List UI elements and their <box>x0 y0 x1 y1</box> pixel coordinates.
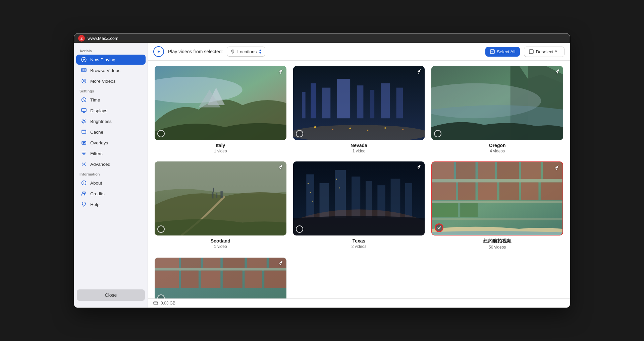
sidebar-item-browse-videos[interactable]: Browse Videos <box>76 65 146 75</box>
share-icon-texas[interactable] <box>416 164 422 172</box>
sidebar-section-settings: Settings <box>74 86 148 94</box>
sidebar-brightness-label: Brightness <box>90 119 112 124</box>
video-thumb-nevada <box>293 66 425 140</box>
svg-rect-46 <box>220 191 223 198</box>
svg-rect-30 <box>370 90 374 118</box>
sidebar-overlays-label: Overlays <box>90 140 108 145</box>
credits-icon <box>81 191 87 196</box>
svg-rect-75 <box>499 182 519 200</box>
svg-rect-65 <box>478 162 495 179</box>
video-title-oregon: Oregon <box>489 143 506 148</box>
svg-rect-45 <box>216 193 217 198</box>
video-card-texas[interactable]: Texas 2 videos <box>293 161 425 250</box>
svg-rect-78 <box>432 203 458 217</box>
sidebar-item-cache[interactable]: Cache <box>76 127 146 137</box>
filters-icon <box>81 151 87 156</box>
svg-point-34 <box>314 126 316 128</box>
check-newyork-highlighted[interactable] <box>435 223 443 232</box>
svg-point-36 <box>349 128 351 129</box>
svg-rect-48 <box>306 174 314 218</box>
sidebar-item-now-playing[interactable]: Now Playing <box>76 55 146 65</box>
svg-rect-59 <box>336 179 337 180</box>
sidebar-item-displays[interactable]: Displays <box>76 106 146 116</box>
sidebar-item-help[interactable]: Help <box>76 199 146 209</box>
svg-rect-74 <box>478 182 497 200</box>
svg-rect-85 <box>247 258 267 268</box>
svg-rect-81 <box>155 258 179 268</box>
sidebar-item-credits[interactable]: Credits <box>76 189 146 199</box>
select-all-label: Select All <box>497 49 516 54</box>
sidebar-item-overlays[interactable]: Overlays <box>76 138 146 148</box>
play-button[interactable] <box>153 46 164 57</box>
svg-rect-31 <box>381 83 389 119</box>
svg-rect-87 <box>155 268 286 270</box>
svg-rect-66 <box>497 162 519 179</box>
svg-rect-43 <box>212 192 213 199</box>
svg-rect-25 <box>302 92 305 119</box>
share-icon-newyork2[interactable] <box>278 260 284 268</box>
select-all-button[interactable]: Select All <box>485 47 520 57</box>
check-italy[interactable] <box>157 130 165 137</box>
sidebar-item-more-videos[interactable]: More Videos <box>76 76 146 86</box>
svg-rect-82 <box>181 258 201 268</box>
sidebar-item-about[interactable]: About <box>76 178 146 188</box>
sidebar-item-advanced[interactable]: Advanced <box>76 159 146 169</box>
check-texas[interactable] <box>296 225 303 233</box>
svg-rect-83 <box>203 258 220 268</box>
close-button[interactable]: Close <box>77 289 145 301</box>
sidebar-item-time[interactable]: Time <box>76 95 146 105</box>
sidebar-item-filters[interactable]: Filters <box>76 148 146 158</box>
main-panel: Play videos from selected: Locations ▲ ▼ <box>148 43 570 308</box>
share-icon-nevada[interactable] <box>416 69 422 76</box>
app-window: Z www.MacZ.com Aerials Now Playing <box>74 33 570 308</box>
svg-rect-29 <box>357 85 363 118</box>
share-icon-italy[interactable] <box>278 69 284 76</box>
logo-icon: Z <box>78 35 85 42</box>
svg-point-35 <box>332 129 333 130</box>
svg-marker-18 <box>158 50 160 53</box>
sidebar-now-playing-label: Now Playing <box>90 57 115 62</box>
svg-point-11 <box>85 132 86 132</box>
advanced-icon <box>81 161 87 167</box>
video-thumb-newyork2 <box>155 258 286 298</box>
sidebar-filters-label: Filters <box>90 151 103 156</box>
more-videos-icon <box>81 78 87 84</box>
svg-rect-88 <box>155 270 179 288</box>
video-card-newyork[interactable]: 纽约航拍视频 50 videos <box>431 161 563 250</box>
displays-icon <box>81 108 87 113</box>
video-card-oregon[interactable]: Oregon 4 videos <box>431 66 563 153</box>
sidebar-cache-label: Cache <box>90 130 103 135</box>
svg-rect-12 <box>82 141 86 144</box>
video-count-scotland: 1 video <box>214 244 227 249</box>
svg-rect-84 <box>223 258 245 268</box>
sidebar-help-label: Help <box>90 202 100 207</box>
svg-rect-64 <box>456 162 476 179</box>
svg-point-5 <box>82 79 86 83</box>
video-card-nevada[interactable]: Nevada 1 video <box>293 66 425 153</box>
dropdown-arrows-icon: ▲ ▼ <box>259 49 262 55</box>
video-card-scotland[interactable]: Scotland 1 video <box>155 161 286 250</box>
deselect-all-button[interactable]: Deselect All <box>524 47 565 57</box>
cache-icon <box>81 129 87 135</box>
video-title-nevada: Nevada <box>351 143 367 148</box>
video-card-italy[interactable]: Italy 1 video <box>155 66 286 153</box>
share-icon-scotland[interactable] <box>278 164 284 172</box>
svg-point-38 <box>384 127 386 129</box>
svg-rect-55 <box>405 183 412 218</box>
video-title-newyork: 纽约航拍视频 <box>483 238 512 244</box>
svg-point-14 <box>84 182 84 182</box>
svg-rect-27 <box>322 88 330 119</box>
locations-dropdown[interactable]: Locations ▲ ▼ <box>227 47 265 57</box>
sidebar-item-brightness[interactable]: Brightness <box>76 116 146 126</box>
share-icon-newyork[interactable] <box>554 165 560 173</box>
svg-point-33 <box>293 125 425 140</box>
video-title-italy: Italy <box>216 143 225 148</box>
svg-rect-70 <box>432 201 562 203</box>
share-icon-oregon[interactable] <box>554 69 560 76</box>
svg-rect-92 <box>245 270 262 288</box>
video-thumb-italy <box>155 66 286 140</box>
video-card-newyork2[interactable]: 美国航拍视频 <box>155 258 286 298</box>
svg-marker-1 <box>84 59 86 61</box>
check-nevada[interactable] <box>296 130 303 137</box>
check-scotland[interactable] <box>157 225 165 233</box>
